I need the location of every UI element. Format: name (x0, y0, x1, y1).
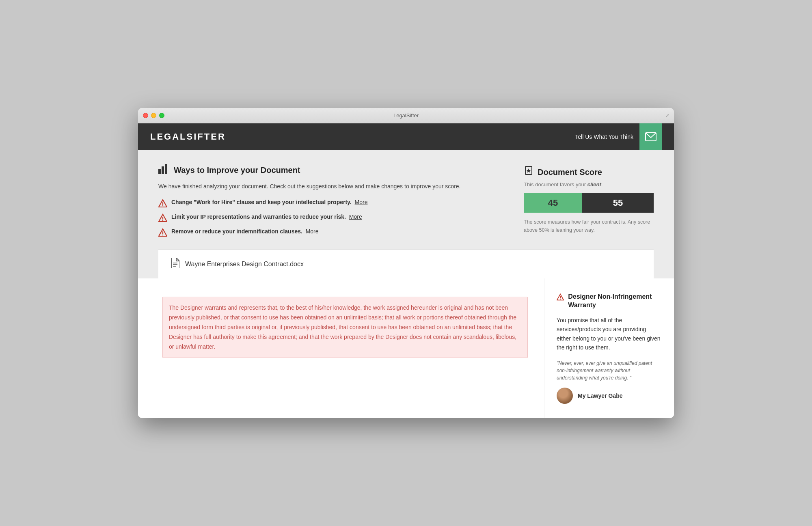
bar-chart-icon (158, 164, 169, 174)
email-button[interactable] (639, 123, 662, 150)
score-them: 55 (582, 193, 654, 213)
document-filename: Wayne Enterprises Design Contract.docx (185, 261, 304, 268)
list-item: Limit your IP representations and warran… (158, 213, 508, 222)
more-link-1[interactable]: More (355, 199, 368, 205)
feedback-label: Tell Us What You Think (575, 134, 633, 140)
score-title-row: Document Score (524, 166, 654, 178)
svg-rect-1 (158, 169, 161, 174)
document-bar: Wayne Enterprises Design Contract.docx (158, 249, 654, 278)
improvement-text-3: Remove or reduce your indemnification cl… (171, 228, 319, 235)
app-window: LegalSifter ⤢ LEGALSIFTER Tell Us What Y… (138, 108, 674, 418)
score-subtitle: This document favors your client. (524, 181, 654, 188)
expand-icon[interactable]: ⤢ (665, 113, 669, 118)
star-icon (524, 166, 533, 178)
improvement-text-2: Limit your IP representations and warran… (171, 213, 362, 220)
lawyer-name: My Lawyer Gabe (578, 392, 623, 399)
clause-sidebar: Designer Non-Infringement Warranty You p… (544, 278, 674, 418)
improvement-text-1: Change "Work for Hire" clause and keep y… (171, 199, 367, 205)
svg-point-9 (162, 220, 163, 221)
warning-icon (158, 213, 167, 222)
warning-icon (158, 199, 167, 208)
svg-point-12 (162, 235, 163, 235)
svg-point-20 (560, 299, 561, 300)
top-nav: LEGALSIFTER Tell Us What You Think (138, 123, 674, 150)
more-link-3[interactable]: More (306, 228, 319, 235)
document-text-panel: The Designer warrants and represents tha… (138, 278, 544, 418)
email-icon (645, 132, 657, 141)
score-section: Document Score This document favors your… (524, 164, 654, 237)
clause-warning-icon (557, 293, 564, 302)
more-link-2[interactable]: More (349, 213, 362, 220)
left-column: Ways to Improve your Document We have fi… (158, 164, 508, 237)
svg-rect-3 (165, 164, 167, 174)
document-content-area: The Designer warrants and represents tha… (138, 278, 674, 418)
clause-title: Designer Non-Infringement Warranty (568, 293, 662, 310)
improve-intro: We have finished analyzing your document… (158, 182, 508, 191)
score-you: 45 (524, 193, 582, 213)
document-highlighted-text: The Designer warrants and represents tha… (162, 297, 528, 358)
lawyer-avatar-image (557, 388, 573, 404)
traffic-lights (143, 113, 164, 118)
logo: LEGALSIFTER (150, 132, 226, 142)
clause-title-row: Designer Non-Infringement Warranty (557, 293, 662, 310)
clause-description: You promise that all of the services/pro… (557, 316, 662, 352)
main-content: Ways to Improve your Document We have fi… (138, 150, 674, 278)
lawyer-row: My Lawyer Gabe (557, 388, 662, 404)
document-file-icon (171, 258, 179, 270)
score-title: Document Score (538, 168, 602, 177)
window-title: LegalSifter (393, 112, 419, 119)
score-description: The score measures how fair your contrac… (524, 218, 654, 234)
improve-section-title: Ways to Improve your Document (174, 166, 300, 175)
fullscreen-button[interactable] (159, 113, 164, 118)
nav-right: Tell Us What You Think (575, 123, 662, 150)
two-column-layout: Ways to Improve your Document We have fi… (158, 164, 654, 237)
minimize-button[interactable] (151, 113, 156, 118)
svg-marker-14 (527, 168, 531, 173)
list-item: Remove or reduce your indemnification cl… (158, 228, 508, 237)
chart-icon (158, 164, 169, 176)
section-title-row: Ways to Improve your Document (158, 164, 508, 176)
svg-point-6 (162, 205, 163, 206)
svg-rect-2 (162, 166, 164, 174)
title-bar: LegalSifter ⤢ (138, 108, 674, 123)
lawyer-quote: "Never, ever, ever give an unqualified p… (557, 360, 662, 382)
bookmark-star-icon (524, 166, 533, 176)
list-item: Change "Work for Hire" clause and keep y… (158, 199, 508, 208)
improvement-list: Change "Work for Hire" clause and keep y… (158, 199, 508, 237)
lawyer-avatar (557, 388, 573, 404)
score-bar: 45 55 (524, 193, 654, 213)
warning-icon (158, 228, 167, 237)
close-button[interactable] (143, 113, 148, 118)
file-icon (171, 258, 179, 268)
